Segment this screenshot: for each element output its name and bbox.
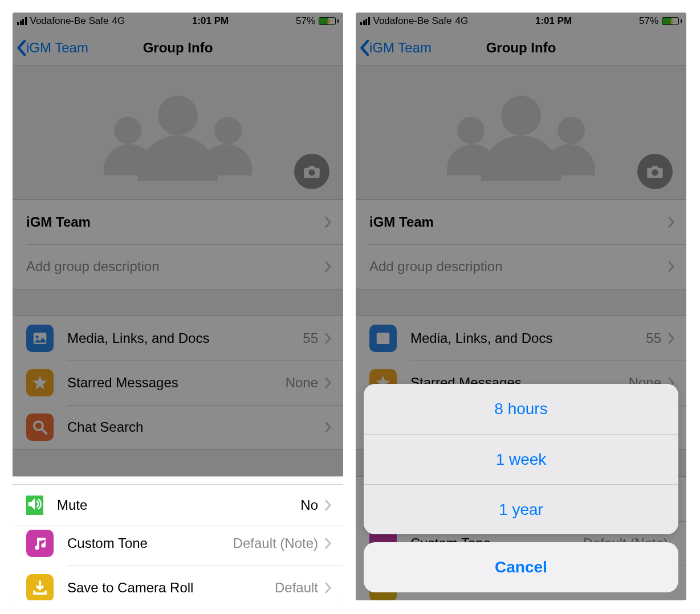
navigation-bar: iGM Team Group Info (13, 30, 343, 66)
media-row[interactable]: Media, Links, and Docs 55 (356, 316, 686, 361)
search-icon (26, 414, 54, 441)
chevron-right-icon (668, 216, 675, 228)
actionsheet-options: 8 hours 1 week 1 year (364, 384, 678, 534)
mute-duration-actionsheet: 8 hours 1 week 1 year Cancel (364, 384, 678, 592)
back-button[interactable]: iGM Team (356, 39, 432, 56)
group-name-section: iGM Team Add group description (356, 199, 686, 289)
chevron-right-icon (325, 500, 332, 511)
group-photo-area[interactable] (13, 66, 343, 199)
chevron-left-icon (16, 39, 26, 56)
group-name-label: iGM Team (26, 214, 325, 230)
mute-label: Mute (57, 497, 300, 513)
battery-percent: 57% (296, 15, 315, 27)
chevron-right-icon (325, 538, 332, 549)
media-icon (26, 325, 54, 352)
media-value: 55 (303, 330, 318, 346)
mute-row[interactable]: Mute No (13, 484, 343, 526)
group-avatar-placeholder-icon (104, 84, 252, 181)
camera-button[interactable] (294, 154, 329, 189)
chevron-right-icon (325, 582, 332, 593)
music-note-icon (26, 530, 54, 557)
starred-row[interactable]: Starred Messages None (13, 361, 343, 405)
chevron-right-icon (325, 421, 332, 433)
search-label: Chat Search (67, 419, 325, 435)
signal-icon (360, 17, 370, 25)
group-avatar-placeholder-icon (447, 84, 595, 181)
svg-rect-3 (377, 333, 390, 344)
chevron-right-icon (325, 216, 332, 228)
media-value: 55 (646, 330, 661, 346)
left-screenshot: Vodafone-Be Safe 4G 1:01 PM 57% ⚡ iGM Te… (13, 13, 343, 600)
save-label: Save to Camera Roll (67, 580, 275, 596)
tone-value: Default (Note) (233, 535, 318, 551)
network-label: 4G (112, 15, 125, 27)
starred-label: Starred Messages (67, 375, 286, 391)
chevron-right-icon (325, 333, 332, 344)
chevron-left-icon (359, 39, 369, 56)
chevron-right-icon (668, 333, 675, 344)
group-description-row[interactable]: Add group description (13, 244, 343, 289)
status-time: 1:01 PM (125, 15, 296, 27)
battery-percent: 57% (639, 15, 658, 27)
group-name-row[interactable]: iGM Team (356, 200, 686, 244)
chevron-right-icon (325, 261, 332, 272)
camera-icon (646, 164, 664, 179)
group-name-row[interactable]: iGM Team (13, 200, 343, 244)
signal-icon (17, 17, 27, 25)
starred-value: None (286, 375, 318, 391)
chevron-right-icon (668, 261, 675, 272)
media-label: Media, Links, and Docs (410, 330, 646, 346)
media-icon (369, 325, 397, 352)
media-label: Media, Links, and Docs (67, 330, 303, 346)
tone-row[interactable]: Custom Tone Default (Note) (13, 521, 343, 566)
star-icon (26, 369, 54, 396)
save-value: Default (275, 580, 318, 596)
chevron-right-icon (325, 377, 332, 388)
cancel-button[interactable]: Cancel (364, 542, 678, 592)
carrier-label: Vodafone-Be Safe (30, 15, 109, 27)
svg-point-1 (36, 335, 39, 338)
group-name-section: iGM Team Add group description (13, 199, 343, 289)
status-time: 1:01 PM (468, 15, 639, 27)
search-row[interactable]: Chat Search (13, 405, 343, 449)
battery-icon: ⚡ (662, 17, 682, 25)
back-button[interactable]: iGM Team (13, 39, 88, 56)
back-label: iGM Team (26, 40, 88, 56)
download-icon (26, 574, 54, 600)
status-bar: Vodafone-Be Safe 4G 1:01 PM 57% ⚡ (13, 13, 343, 30)
group-name-label: iGM Team (369, 214, 668, 230)
mute-8-hours-option[interactable]: 8 hours (364, 384, 678, 434)
mute-value: No (300, 497, 318, 513)
camera-icon (303, 164, 320, 179)
speaker-icon (26, 496, 43, 515)
tone-label: Custom Tone (67, 535, 233, 551)
camera-button[interactable] (637, 154, 673, 189)
network-label: 4G (455, 15, 469, 27)
navigation-bar: iGM Team Group Info (356, 30, 686, 66)
save-row[interactable]: Save to Camera Roll Default (13, 566, 343, 600)
battery-icon: ⚡ (319, 17, 339, 25)
status-bar: Vodafone-Be Safe 4G 1:01 PM 57% ⚡ (356, 13, 686, 30)
mute-1-week-option[interactable]: 1 week (364, 434, 678, 484)
group-desc-placeholder: Add group description (26, 259, 325, 275)
carrier-label: Vodafone-Be Safe (373, 15, 452, 27)
group-photo-area[interactable] (356, 66, 686, 199)
media-section: Media, Links, and Docs 55 Starred Messag… (13, 316, 343, 450)
group-desc-placeholder: Add group description (369, 259, 668, 275)
mute-1-year-option[interactable]: 1 year (364, 484, 678, 534)
group-description-row[interactable]: Add group description (356, 244, 686, 289)
back-label: iGM Team (369, 40, 432, 56)
media-row[interactable]: Media, Links, and Docs 55 (13, 316, 343, 361)
right-screenshot: Vodafone-Be Safe 4G 1:01 PM 57% ⚡ iGM Te… (356, 13, 686, 600)
